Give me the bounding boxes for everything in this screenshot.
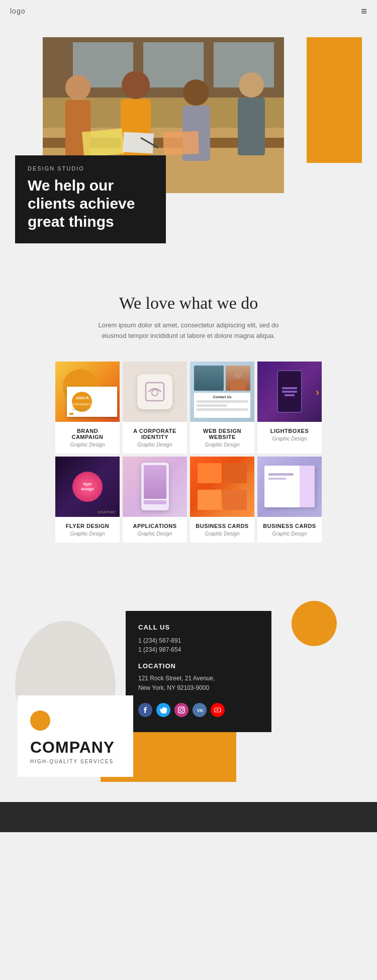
portfolio-name-bizcard2: BUSINESS CARDS	[262, 523, 317, 529]
web-person	[226, 366, 250, 391]
svg-rect-10	[121, 99, 151, 164]
portfolio-info-corporate: A CORPORATE IDENTITY Graphic Design	[123, 422, 187, 454]
contact-section: CALL US 1 (234) 567-891 1 (234) 987-654 …	[0, 581, 377, 792]
svg-rect-17	[163, 131, 199, 155]
svg-point-13	[239, 72, 264, 98]
portfolio-cat-flyer: Graphic Design	[60, 531, 115, 537]
hero-section: DESIGN STUDIO We help our clients achiev…	[0, 22, 377, 253]
love-heading: We love what we do	[40, 294, 337, 313]
thumb-flyer: flyerdesign GRAPHIC	[55, 457, 120, 517]
svg-marker-34	[217, 709, 219, 711]
portfolio-item-flyer[interactable]: flyerdesign GRAPHIC FLYER DESIGN Graphic…	[55, 457, 120, 543]
form-line1	[197, 400, 248, 403]
brand-card-visual: JOSH R. JOSH ROBERTS FOR POSITION	[67, 387, 117, 417]
portfolio-name-brand: BRAND CAMPAIGN	[60, 428, 115, 440]
portfolio-grid-row2: flyerdesign GRAPHIC FLYER DESIGN Graphic…	[40, 457, 337, 543]
svg-point-31	[183, 707, 184, 708]
portfolio-name-flyer: FLYER DESIGN	[60, 523, 115, 529]
portfolio-info-flyer: FLYER DESIGN Graphic Design	[55, 517, 120, 543]
portfolio-info-bizcard2: BUSINESS CARDS Graphic Design	[257, 517, 322, 543]
svg-point-9	[122, 71, 150, 99]
svg-text:JOSH R.: JOSH R.	[75, 396, 89, 400]
vk-icon[interactable]: VK	[193, 703, 207, 717]
flyer-tag: GRAPHIC	[98, 510, 116, 514]
bc2-lines	[268, 473, 294, 480]
company-tagline: HIGH-QUALITY SERVICES	[30, 759, 121, 764]
lb-line3	[285, 394, 295, 396]
thumb-bizcard2	[257, 457, 322, 517]
portfolio-name-bizcard1: BUSINESS CARDS	[195, 523, 249, 529]
app-screen	[144, 465, 166, 499]
bc1-piece1	[198, 463, 221, 483]
app-bar	[144, 500, 166, 504]
portfolio-cat-app: Graphic Design	[128, 531, 182, 537]
portfolio-item-brand[interactable]: JOSH R. JOSH ROBERTS FOR POSITION BRAND …	[55, 362, 120, 454]
thumb-app	[123, 457, 187, 517]
hamburger-icon[interactable]: ≡	[361, 6, 367, 16]
thumb-brand: JOSH R. JOSH ROBERTS FOR POSITION	[55, 362, 120, 422]
portfolio-item-lightbox[interactable]: › LIGHTBOXES Graphic Design	[257, 362, 322, 454]
love-section: We love what we do Lorem ipsum dolor sit…	[0, 284, 377, 566]
portfolio-name-lightbox: LIGHTBOXES	[262, 428, 317, 434]
svg-text:JOSH ROBERTS: JOSH ROBERTS	[72, 403, 91, 406]
portfolio-item-app[interactable]: APPLICATIONS Graphic Design	[123, 457, 187, 543]
portfolio-info-lightbox: LIGHTBOXES Graphic Design	[257, 422, 322, 448]
web-img	[194, 366, 224, 391]
portfolio-name-web: WEB DESIGN WEBSITE	[195, 428, 249, 440]
bc1-piece3	[198, 490, 221, 510]
thumb-web: Contact Us	[190, 362, 254, 422]
web-top	[194, 366, 250, 391]
footer	[0, 802, 377, 832]
love-description: Lorem ipsum dolor sit amet, consectetur …	[93, 320, 284, 341]
bc1-piece2	[223, 463, 247, 483]
web-form: Contact Us	[194, 393, 250, 418]
phone-2: 1 (234) 987-654	[138, 646, 259, 653]
portfolio-item-corporate[interactable]: A CORPORATE IDENTITY Graphic Design	[123, 362, 187, 454]
location-label: LOCATION	[138, 662, 259, 670]
svg-rect-24	[69, 413, 73, 415]
orange-decoration	[307, 37, 362, 163]
portfolio-cat-bizcard2: Graphic Design	[262, 531, 317, 537]
portfolio-cat-corporate: Graphic Design	[128, 442, 182, 448]
phone-1: 1 (234) 567-891	[138, 637, 259, 644]
contact-orange-circle	[292, 601, 337, 646]
portfolio-name-corporate: A CORPORATE IDENTITY	[128, 428, 182, 440]
bc2-card	[264, 466, 315, 507]
twitter-icon[interactable]	[156, 703, 170, 717]
contact-box: CALL US 1 (234) 567-891 1 (234) 987-654 …	[126, 611, 271, 732]
corp-box	[137, 374, 172, 409]
portfolio-grid-row1: JOSH R. JOSH ROBERTS FOR POSITION BRAND …	[40, 362, 337, 454]
svg-point-30	[180, 708, 183, 711]
portfolio-cat-bizcard1: Graphic Design	[195, 531, 249, 537]
svg-point-11	[183, 79, 209, 106]
portfolio-item-bizcard2[interactable]: BUSINESS CARDS Graphic Design	[257, 457, 322, 543]
bc1-piece4	[223, 490, 247, 510]
web-person-svg	[226, 366, 250, 391]
portfolio-item-web[interactable]: Contact Us WEB DESIGN WEBSITE Graphic De…	[190, 362, 254, 454]
svg-text:FOR POSITION: FOR POSITION	[72, 408, 86, 411]
portfolio-info-app: APPLICATIONS Graphic Design	[123, 517, 187, 543]
logo[interactable]: logo	[10, 7, 25, 15]
brand-card-svg: JOSH R. JOSH ROBERTS FOR POSITION	[67, 387, 117, 417]
lightbox-chevron: ›	[316, 386, 319, 397]
svg-rect-28	[231, 379, 245, 391]
portfolio-cat-lightbox: Graphic Design	[262, 436, 317, 441]
flyer-circle: flyerdesign	[72, 472, 103, 502]
youtube-icon[interactable]	[211, 703, 225, 717]
portfolio-name-app: APPLICATIONS	[128, 523, 182, 529]
hero-text-box: DESIGN STUDIO We help our clients achiev…	[15, 155, 166, 243]
company-orange-dot	[30, 710, 50, 731]
company-name: COMPANY	[30, 738, 121, 757]
svg-text:VK: VK	[197, 708, 203, 713]
portfolio-info-bizcard1: BUSINESS CARDS Graphic Design	[190, 517, 254, 543]
form-line2	[197, 404, 227, 407]
svg-point-27	[234, 371, 242, 378]
portfolio-item-bizcard1[interactable]: BUSINESS CARDS Graphic Design	[190, 457, 254, 543]
bc2-accent	[300, 466, 315, 507]
facebook-icon[interactable]	[138, 703, 152, 717]
svg-rect-15	[82, 129, 124, 157]
header: logo ≡	[0, 0, 377, 22]
thumb-bizcard1	[190, 457, 254, 517]
portfolio-cat-brand: Graphic Design	[60, 442, 115, 448]
instagram-icon[interactable]	[174, 703, 189, 717]
